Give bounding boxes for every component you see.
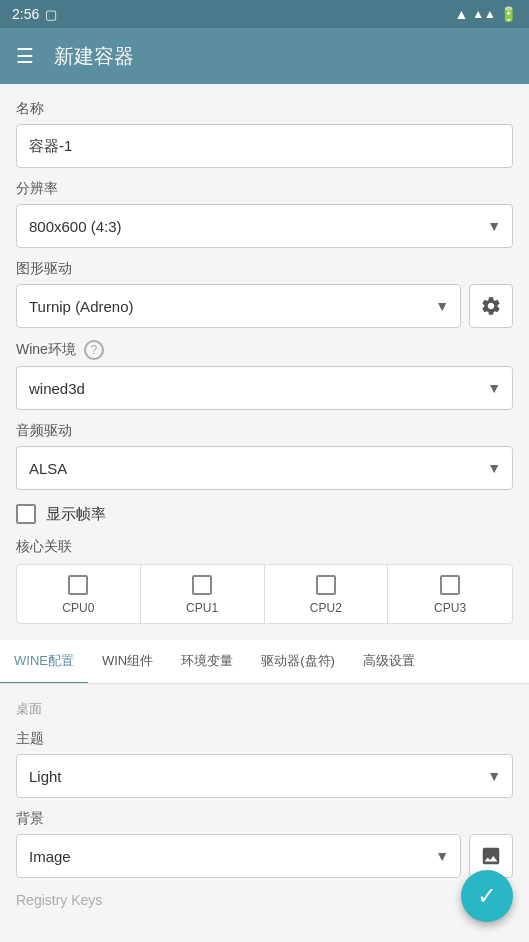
wine-config-tab-content: 桌面 主题 Light Dark Classic ▼ 背景 Image Colo… — [16, 684, 513, 908]
registry-keys-label: Registry Keys — [16, 892, 513, 908]
cpu-grid: CPU0 CPU1 CPU2 CPU3 — [16, 564, 513, 624]
graphics-settings-button[interactable] — [469, 284, 513, 328]
wine-env-label: Wine环境 — [16, 341, 76, 359]
wifi-icon: ▲ — [454, 6, 468, 22]
status-bar-left: 2:56 ▢ — [12, 6, 57, 22]
android-icon: ▢ — [45, 7, 57, 22]
audio-wrapper: ALSA PulseAudio Disabled ▼ — [16, 446, 513, 490]
graphics-row: Turnip (Adreno) VirGL Software ▼ — [16, 284, 513, 328]
resolution-wrapper: 800x600 (4:3) 1024x768 (4:3) 1280x720 (1… — [16, 204, 513, 248]
cpu2-item[interactable]: CPU2 — [265, 565, 389, 623]
resolution-select[interactable]: 800x600 (4:3) 1024x768 (4:3) 1280x720 (1… — [16, 204, 513, 248]
fab-icon: ✓ — [477, 882, 497, 910]
status-bar-right: ▲ ▲▲ 🔋 — [454, 6, 517, 22]
graphics-select-wrapper: Turnip (Adreno) VirGL Software ▼ — [16, 284, 461, 328]
wine-env-row: Wine环境 ? — [16, 340, 513, 360]
theme-label: 主题 — [16, 730, 513, 748]
main-content: 名称 分辨率 800x600 (4:3) 1024x768 (4:3) 1280… — [0, 84, 529, 942]
cpu2-label: CPU2 — [310, 601, 342, 615]
bg-label: 背景 — [16, 810, 513, 828]
desktop-section-label: 桌面 — [16, 700, 513, 718]
cpu1-label: CPU1 — [186, 601, 218, 615]
cpu0-checkbox[interactable] — [68, 575, 88, 595]
menu-icon[interactable]: ☰ — [16, 44, 34, 68]
tab-wine-config[interactable]: WINE配置 — [0, 640, 88, 684]
cpu0-label: CPU0 — [62, 601, 94, 615]
wine-env-select[interactable]: wined3d dxvk vkd3d — [16, 366, 513, 410]
gear-icon — [480, 295, 502, 317]
show-fps-row: 显示帧率 — [16, 504, 513, 524]
page-title: 新建容器 — [54, 43, 134, 70]
tabs-container: WINE配置 WIN组件 环境变量 驱动器(盘符) 高级设置 — [0, 640, 529, 684]
theme-wrapper: Light Dark Classic ▼ — [16, 754, 513, 798]
signal-icon: ▲▲ — [472, 7, 496, 21]
resolution-label: 分辨率 — [16, 180, 513, 198]
theme-select[interactable]: Light Dark Classic — [16, 754, 513, 798]
help-icon[interactable]: ? — [84, 340, 104, 360]
show-fps-checkbox[interactable] — [16, 504, 36, 524]
battery-icon: 🔋 — [500, 6, 517, 22]
graphics-label: 图形驱动 — [16, 260, 513, 278]
cpu1-checkbox[interactable] — [192, 575, 212, 595]
header: ☰ 新建容器 — [0, 28, 529, 84]
tab-drives[interactable]: 驱动器(盘符) — [247, 640, 349, 684]
tab-env-vars[interactable]: 环境变量 — [167, 640, 247, 684]
name-label: 名称 — [16, 100, 513, 118]
cpu3-item[interactable]: CPU3 — [388, 565, 512, 623]
audio-select[interactable]: ALSA PulseAudio Disabled — [16, 446, 513, 490]
bg-select-wrapper: Image Color None ▼ — [16, 834, 461, 878]
time-display: 2:56 — [12, 6, 39, 22]
bg-select[interactable]: Image Color None — [16, 834, 461, 878]
cpu2-checkbox[interactable] — [316, 575, 336, 595]
audio-label: 音频驱动 — [16, 422, 513, 440]
fab-confirm-button[interactable]: ✓ — [461, 870, 513, 922]
cpu0-item[interactable]: CPU0 — [17, 565, 141, 623]
cpu1-item[interactable]: CPU1 — [141, 565, 265, 623]
image-icon — [480, 845, 502, 867]
wine-env-wrapper: wined3d dxvk vkd3d ▼ — [16, 366, 513, 410]
tab-win-components[interactable]: WIN组件 — [88, 640, 167, 684]
bg-row: Image Color None ▼ — [16, 834, 513, 878]
core-affinity-label: 核心关联 — [16, 538, 513, 556]
tab-advanced[interactable]: 高级设置 — [349, 640, 429, 684]
cpu3-label: CPU3 — [434, 601, 466, 615]
cpu3-checkbox[interactable] — [440, 575, 460, 595]
graphics-select[interactable]: Turnip (Adreno) VirGL Software — [16, 284, 461, 328]
name-input[interactable] — [16, 124, 513, 168]
show-fps-label: 显示帧率 — [46, 505, 106, 524]
status-bar: 2:56 ▢ ▲ ▲▲ 🔋 — [0, 0, 529, 28]
